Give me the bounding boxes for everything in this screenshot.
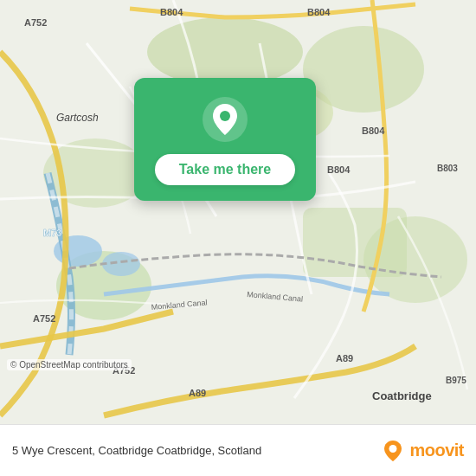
svg-text:Gartcosh: Gartcosh [56,112,99,124]
bottom-bar: 5 Wye Crescent, Coatbridge Coatbridge, S… [0,424,476,476]
svg-point-27 [220,111,230,121]
osm-credit: © OpenStreetMap contributors [7,359,132,370]
address-label: 5 Wye Crescent, Coatbridge Coatbridge, S… [12,444,381,457]
svg-point-9 [102,252,140,276]
svg-text:A89: A89 [336,353,353,363]
moovit-pin-icon [381,439,405,463]
moovit-wordmark: moovit [409,441,464,460]
svg-text:B804: B804 [160,7,183,17]
svg-text:M73: M73 [43,228,61,238]
svg-text:B804: B804 [362,125,385,136]
svg-text:B804: B804 [327,164,351,175]
moovit-logo: moovit [381,439,464,463]
svg-text:A89: A89 [189,388,206,398]
svg-text:Coatbridge: Coatbridge [372,389,432,402]
svg-text:B975: B975 [446,376,466,385]
map-container: A752 B804 B804 B804 B804 B803 Gartcosh M… [0,0,476,424]
svg-text:A752: A752 [24,17,47,28]
svg-text:B803: B803 [437,164,458,173]
svg-text:A752: A752 [33,313,55,324]
take-me-there-button[interactable]: Take me there [155,154,295,185]
svg-point-28 [389,445,397,453]
navigation-card[interactable]: Take me there [134,78,316,201]
location-pin-icon [203,97,248,142]
svg-point-1 [147,17,303,87]
svg-text:B804: B804 [307,7,331,17]
